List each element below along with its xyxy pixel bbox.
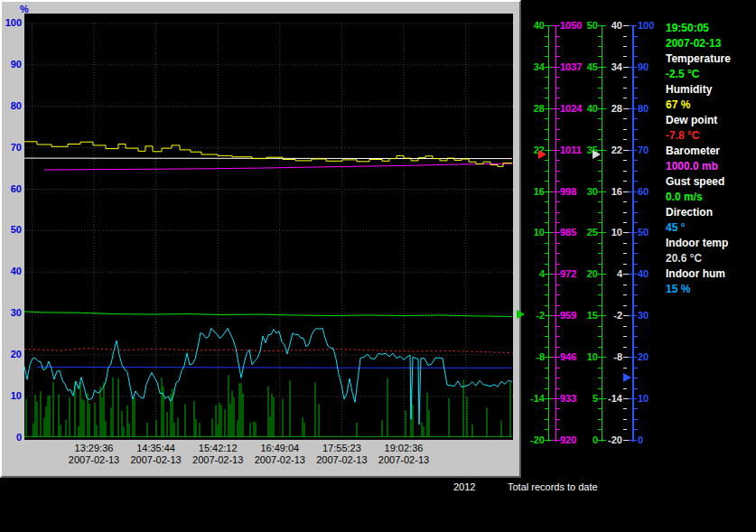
scale-minor-tick — [545, 368, 548, 369]
scale-minor-tick — [623, 326, 627, 327]
scale-minor-tick — [598, 419, 602, 420]
scale-minor-tick — [634, 98, 638, 98]
scale-minor-tick — [556, 118, 560, 119]
scale-minor-tick — [598, 201, 602, 202]
scale-major-tick — [629, 398, 637, 399]
scale-tick-label: -14 — [509, 393, 545, 404]
scale-tick-label: -20 — [509, 434, 545, 445]
scale-major-tick — [552, 357, 560, 358]
indoor-temp-marker-2 — [593, 150, 601, 159]
scale-minor-tick — [623, 129, 627, 130]
scale-minor-tick — [556, 212, 560, 213]
scale-tick-label: -8 — [509, 351, 545, 362]
scale-minor-tick — [623, 429, 627, 430]
scale-tick-label: -8 — [586, 351, 622, 362]
readout-label: Temperature — [666, 51, 756, 67]
scale-minor-tick — [545, 388, 548, 389]
scale-minor-tick — [623, 56, 627, 57]
scale-major-tick — [629, 150, 637, 151]
scale-minor-tick — [545, 77, 548, 78]
current-date: 2007-02-13 — [666, 36, 756, 51]
scale-minor-tick — [598, 408, 602, 409]
scale-minor-tick — [598, 305, 602, 306]
scale-minor-tick — [623, 388, 627, 389]
scale-minor-tick — [556, 171, 560, 172]
scale-tick-label: 28 — [586, 103, 622, 114]
scale-minor-tick — [598, 171, 602, 172]
scale-tick-label: 90 — [638, 61, 668, 72]
readout-label: Indoor temp — [666, 236, 756, 251]
scale-minor-tick — [634, 336, 638, 337]
scale-minor-tick — [598, 368, 602, 369]
scale-minor-tick — [545, 36, 548, 37]
scale-minor-tick — [623, 222, 627, 223]
readout-label: Barometer — [666, 144, 756, 159]
scale-minor-tick — [545, 419, 548, 420]
readout-items: Temperature-2.5 °CHumidity67 %Dew point-… — [666, 51, 756, 297]
scale-minor-tick — [634, 429, 638, 430]
scale-minor-tick — [556, 56, 560, 57]
scale-major-tick — [552, 191, 560, 192]
scale-minor-tick — [634, 36, 638, 37]
scale-tick-label: 10 — [586, 227, 622, 238]
scale-minor-tick — [556, 88, 560, 89]
right-scales: 4034282216104-2-8-14-2010501037102410119… — [0, 0, 756, 532]
scale-tick-label: 10 — [509, 227, 545, 238]
scale-minor-tick — [623, 98, 627, 98]
scale-minor-tick — [545, 408, 548, 409]
scale-tick-label: 40 — [509, 20, 545, 31]
scale-minor-tick — [545, 243, 548, 244]
scale-minor-tick — [634, 305, 638, 306]
scale-major-tick — [629, 357, 637, 358]
scale-minor-tick — [623, 212, 627, 213]
scale-major-tick — [552, 150, 560, 151]
scale-minor-tick — [634, 118, 638, 119]
scale-major-tick — [552, 315, 560, 316]
scale-minor-tick — [634, 347, 638, 348]
scale-minor-tick — [556, 160, 560, 161]
scale-minor-tick — [556, 46, 560, 47]
scale-minor-tick — [556, 139, 560, 140]
scale-tick-label: -2 — [509, 310, 545, 321]
scale-minor-tick — [556, 368, 560, 369]
scale-minor-tick — [556, 264, 560, 265]
scale-minor-tick — [545, 285, 548, 285]
scale-minor-tick — [556, 347, 560, 348]
scale-minor-tick — [634, 264, 638, 265]
scale-minor-tick — [545, 305, 548, 306]
scale-minor-tick — [623, 368, 627, 369]
scale-minor-tick — [634, 129, 638, 130]
scale-minor-tick — [634, 419, 638, 420]
scale-tick-label: -2 — [586, 310, 622, 321]
scale-tick-label: -14 — [586, 393, 622, 404]
scale-minor-tick — [545, 347, 548, 348]
scale-tick-label: 40 — [586, 20, 622, 31]
scale-major-tick — [629, 67, 637, 68]
scale-tick-label: 50 — [638, 227, 668, 238]
scale-minor-tick — [545, 139, 548, 140]
scale-tick-label: 16 — [586, 186, 622, 197]
current-time: 19:50:05 — [666, 21, 756, 36]
scale-major-tick — [552, 232, 560, 233]
scale-tick-label: 16 — [509, 186, 545, 197]
scale-tick-label: 22 — [586, 145, 622, 155]
scale-minor-tick — [556, 253, 560, 254]
scale-minor-tick — [545, 171, 548, 172]
scale-minor-tick — [634, 253, 638, 254]
scale-minor-tick — [545, 212, 548, 213]
readout-value: 20.6 °C — [666, 251, 756, 266]
scale-minor-tick — [598, 212, 602, 213]
readout-label: Humidity — [666, 82, 756, 98]
scale-minor-tick — [634, 294, 638, 295]
scale-minor-tick — [598, 243, 602, 244]
scale-minor-tick — [556, 98, 560, 98]
scale-minor-tick — [623, 294, 627, 295]
readout-value: 1000.0 mb — [666, 159, 756, 174]
scale-minor-tick — [545, 98, 548, 98]
scale-minor-tick — [598, 139, 602, 140]
scale-minor-tick — [598, 347, 602, 348]
scale-minor-tick — [598, 429, 602, 430]
scale-minor-tick — [598, 294, 602, 295]
scale-minor-tick — [634, 243, 638, 244]
scale-minor-tick — [556, 408, 560, 409]
